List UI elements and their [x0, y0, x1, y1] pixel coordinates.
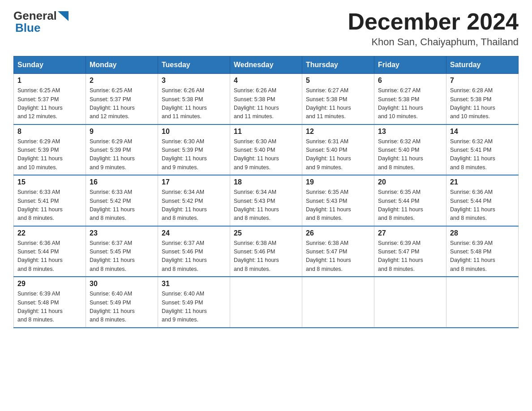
calendar-day-cell: 10Sunrise: 6:30 AMSunset: 5:39 PMDayligh… [158, 124, 230, 176]
day-number: 18 [234, 178, 298, 186]
calendar-week-row: 8Sunrise: 6:29 AMSunset: 5:39 PMDaylight… [14, 124, 519, 176]
day-info: Sunrise: 6:29 AMSunset: 5:39 PMDaylight:… [17, 137, 82, 172]
calendar-day-cell: 5Sunrise: 6:27 AMSunset: 5:38 PMDaylight… [302, 74, 374, 124]
day-number: 20 [378, 178, 442, 186]
day-number: 23 [90, 229, 154, 237]
day-info: Sunrise: 6:30 AMSunset: 5:40 PMDaylight:… [234, 137, 298, 172]
calendar-day-header: Saturday [446, 56, 519, 74]
calendar-day-cell: 14Sunrise: 6:32 AMSunset: 5:41 PMDayligh… [446, 124, 519, 176]
day-info: Sunrise: 6:39 AMSunset: 5:48 PMDaylight:… [17, 290, 82, 325]
calendar-day-cell [446, 277, 519, 328]
calendar-day-cell: 17Sunrise: 6:34 AMSunset: 5:42 PMDayligh… [158, 175, 230, 226]
day-number: 11 [234, 128, 298, 136]
calendar-week-row: 15Sunrise: 6:33 AMSunset: 5:41 PMDayligh… [14, 175, 519, 226]
calendar-day-header: Tuesday [158, 56, 230, 74]
day-number: 9 [90, 128, 154, 136]
calendar-week-row: 1Sunrise: 6:25 AMSunset: 5:37 PMDaylight… [14, 74, 519, 124]
calendar-header-row: SundayMondayTuesdayWednesdayThursdayFrid… [14, 56, 519, 74]
day-number: 4 [234, 77, 298, 85]
day-number: 24 [162, 229, 226, 237]
day-info: Sunrise: 6:40 AMSunset: 5:49 PMDaylight:… [162, 290, 226, 325]
calendar-day-cell: 9Sunrise: 6:29 AMSunset: 5:39 PMDaylight… [86, 124, 158, 176]
day-number: 29 [17, 280, 82, 288]
day-number: 16 [90, 178, 154, 186]
calendar-day-cell: 26Sunrise: 6:38 AMSunset: 5:47 PMDayligh… [302, 226, 374, 277]
day-info: Sunrise: 6:35 AMSunset: 5:43 PMDaylight:… [306, 188, 370, 223]
day-number: 2 [90, 77, 154, 85]
calendar-day-header: Friday [374, 56, 446, 74]
day-number: 25 [234, 229, 298, 237]
day-info: Sunrise: 6:40 AMSunset: 5:49 PMDaylight:… [90, 290, 154, 325]
calendar-day-cell: 27Sunrise: 6:39 AMSunset: 5:47 PMDayligh… [374, 226, 446, 277]
day-number: 31 [162, 280, 226, 288]
day-info: Sunrise: 6:25 AMSunset: 5:37 PMDaylight:… [17, 86, 82, 121]
calendar-day-cell: 25Sunrise: 6:38 AMSunset: 5:46 PMDayligh… [230, 226, 302, 277]
calendar-day-cell: 4Sunrise: 6:26 AMSunset: 5:38 PMDaylight… [230, 74, 302, 124]
day-number: 13 [378, 128, 442, 136]
calendar-day-cell: 7Sunrise: 6:28 AMSunset: 5:38 PMDaylight… [446, 74, 519, 124]
day-number: 6 [378, 77, 442, 85]
calendar-table: SundayMondayTuesdayWednesdayThursdayFrid… [13, 56, 519, 328]
day-number: 10 [162, 128, 226, 136]
day-info: Sunrise: 6:27 AMSunset: 5:38 PMDaylight:… [306, 86, 370, 121]
calendar-day-cell: 21Sunrise: 6:36 AMSunset: 5:44 PMDayligh… [446, 175, 519, 226]
day-number: 15 [17, 178, 82, 186]
day-info: Sunrise: 6:25 AMSunset: 5:37 PMDaylight:… [90, 86, 154, 121]
calendar-day-cell: 23Sunrise: 6:37 AMSunset: 5:45 PMDayligh… [86, 226, 158, 277]
day-info: Sunrise: 6:32 AMSunset: 5:40 PMDaylight:… [378, 137, 442, 172]
day-info: Sunrise: 6:26 AMSunset: 5:38 PMDaylight:… [234, 86, 298, 121]
calendar-week-row: 29Sunrise: 6:39 AMSunset: 5:48 PMDayligh… [14, 277, 519, 328]
calendar-day-cell: 16Sunrise: 6:33 AMSunset: 5:42 PMDayligh… [86, 175, 158, 226]
calendar-day-cell: 31Sunrise: 6:40 AMSunset: 5:49 PMDayligh… [158, 277, 230, 328]
day-info: Sunrise: 6:34 AMSunset: 5:43 PMDaylight:… [234, 188, 298, 223]
day-info: Sunrise: 6:32 AMSunset: 5:41 PMDaylight:… [450, 137, 515, 172]
day-info: Sunrise: 6:31 AMSunset: 5:40 PMDaylight:… [306, 137, 370, 172]
logo-arrow-icon [58, 11, 69, 21]
day-number: 3 [162, 77, 226, 85]
day-info: Sunrise: 6:29 AMSunset: 5:39 PMDaylight:… [90, 137, 154, 172]
calendar-week-row: 22Sunrise: 6:36 AMSunset: 5:44 PMDayligh… [14, 226, 519, 277]
calendar-day-cell: 24Sunrise: 6:37 AMSunset: 5:46 PMDayligh… [158, 226, 230, 277]
day-number: 8 [17, 128, 82, 136]
calendar-day-cell: 15Sunrise: 6:33 AMSunset: 5:41 PMDayligh… [14, 175, 86, 226]
calendar-day-cell: 6Sunrise: 6:27 AMSunset: 5:38 PMDaylight… [374, 74, 446, 124]
calendar-day-cell: 29Sunrise: 6:39 AMSunset: 5:48 PMDayligh… [14, 277, 86, 328]
day-number: 12 [306, 128, 370, 136]
calendar-day-cell: 1Sunrise: 6:25 AMSunset: 5:37 PMDaylight… [14, 74, 86, 124]
calendar-day-header: Wednesday [230, 56, 302, 74]
day-number: 26 [306, 229, 370, 237]
calendar-day-cell: 12Sunrise: 6:31 AMSunset: 5:40 PMDayligh… [302, 124, 374, 176]
calendar-day-cell: 3Sunrise: 6:26 AMSunset: 5:38 PMDaylight… [158, 74, 230, 124]
day-info: Sunrise: 6:30 AMSunset: 5:39 PMDaylight:… [162, 137, 226, 172]
calendar-day-cell: 22Sunrise: 6:36 AMSunset: 5:44 PMDayligh… [14, 226, 86, 277]
page-header: General Blue December 2024 Khon San, Cha… [13, 9, 519, 48]
svg-marker-0 [58, 11, 69, 21]
calendar-day-cell: 20Sunrise: 6:35 AMSunset: 5:44 PMDayligh… [374, 175, 446, 226]
day-number: 30 [90, 280, 154, 288]
day-info: Sunrise: 6:27 AMSunset: 5:38 PMDaylight:… [378, 86, 442, 121]
calendar-day-header: Thursday [302, 56, 374, 74]
day-number: 14 [450, 128, 515, 136]
day-info: Sunrise: 6:33 AMSunset: 5:41 PMDaylight:… [17, 188, 82, 223]
day-number: 19 [306, 178, 370, 186]
day-info: Sunrise: 6:37 AMSunset: 5:45 PMDaylight:… [90, 239, 154, 274]
day-number: 7 [450, 77, 515, 85]
calendar-day-cell: 13Sunrise: 6:32 AMSunset: 5:40 PMDayligh… [374, 124, 446, 176]
calendar-title: December 2024 [348, 9, 519, 34]
calendar-day-cell: 19Sunrise: 6:35 AMSunset: 5:43 PMDayligh… [302, 175, 374, 226]
calendar-day-cell: 2Sunrise: 6:25 AMSunset: 5:37 PMDaylight… [86, 74, 158, 124]
calendar-day-header: Monday [86, 56, 158, 74]
calendar-day-cell: 11Sunrise: 6:30 AMSunset: 5:40 PMDayligh… [230, 124, 302, 176]
day-number: 17 [162, 178, 226, 186]
day-number: 27 [378, 229, 442, 237]
day-info: Sunrise: 6:28 AMSunset: 5:38 PMDaylight:… [450, 86, 515, 121]
calendar-day-cell [374, 277, 446, 328]
logo-blue: Blue [13, 21, 40, 35]
day-number: 5 [306, 77, 370, 85]
day-info: Sunrise: 6:39 AMSunset: 5:48 PMDaylight:… [450, 239, 515, 274]
day-number: 1 [17, 77, 82, 85]
day-info: Sunrise: 6:34 AMSunset: 5:42 PMDaylight:… [162, 188, 226, 223]
day-number: 22 [17, 229, 82, 237]
day-info: Sunrise: 6:37 AMSunset: 5:46 PMDaylight:… [162, 239, 226, 274]
day-info: Sunrise: 6:39 AMSunset: 5:47 PMDaylight:… [378, 239, 442, 274]
